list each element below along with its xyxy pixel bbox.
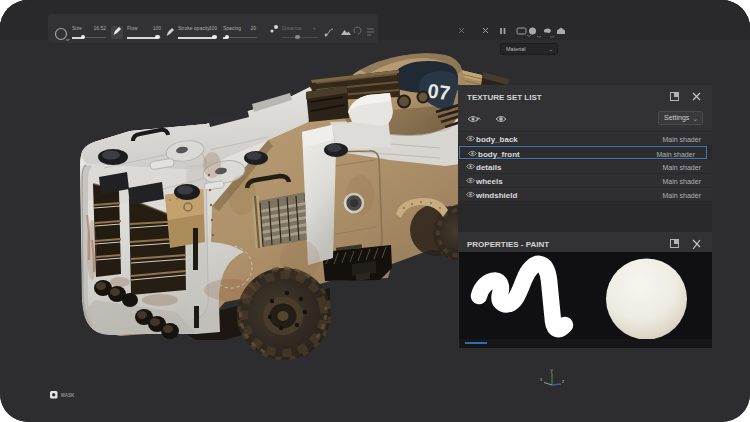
- svg-text:z: z: [562, 379, 565, 384]
- svg-text:x: x: [540, 377, 543, 382]
- svg-text:MASK: MASK: [61, 393, 75, 398]
- svg-text:y: y: [551, 368, 554, 373]
- svg-text:07: 07: [426, 79, 451, 104]
